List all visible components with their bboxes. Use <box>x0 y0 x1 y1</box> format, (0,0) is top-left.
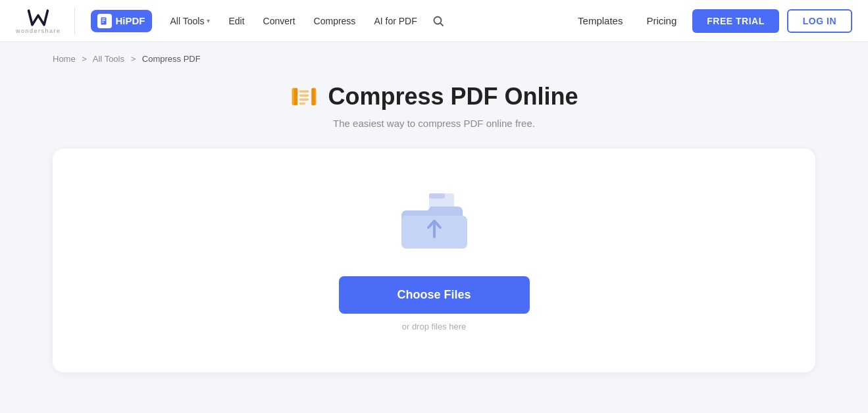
logo-container[interactable]: wondershare <box>16 8 75 34</box>
svg-rect-1 <box>102 18 105 19</box>
svg-rect-12 <box>299 99 309 101</box>
folder-upload-icon <box>395 189 474 258</box>
nav-links: All Tools ▾ Edit Convert Compress AI for… <box>163 11 571 32</box>
breadcrumb-current: Compress PDF <box>142 54 201 64</box>
free-trial-button[interactable]: FREE TRIAL <box>692 9 779 33</box>
ws-logo-icon <box>26 8 50 28</box>
nav-pricing[interactable]: Pricing <box>638 10 684 32</box>
title-row: Compress PDF Online <box>290 82 578 111</box>
svg-rect-10 <box>299 90 309 93</box>
chevron-down-icon: ▾ <box>207 17 210 24</box>
wondershare-text: wondershare <box>16 28 61 34</box>
hipdf-label: HiPDF <box>116 15 145 26</box>
svg-rect-15 <box>429 193 445 199</box>
wondershare-logo: wondershare <box>16 8 61 34</box>
svg-line-5 <box>440 23 443 26</box>
svg-rect-3 <box>102 22 104 22</box>
svg-rect-9 <box>312 88 315 105</box>
svg-rect-11 <box>299 94 309 97</box>
nav-edit[interactable]: Edit <box>220 11 252 32</box>
hipdf-icon <box>97 14 112 28</box>
nav-compress[interactable]: Compress <box>306 11 364 32</box>
svg-rect-7 <box>294 88 297 105</box>
svg-rect-13 <box>299 103 305 105</box>
compress-pdf-icon <box>290 82 319 111</box>
nav-right: Templates Pricing FREE TRIAL LOG IN <box>570 9 852 33</box>
hipdf-badge[interactable]: HiPDF <box>91 10 152 32</box>
page-subtitle: The easiest way to compress PDF online f… <box>333 118 535 129</box>
upload-card: Choose Files or drop files here <box>53 149 815 372</box>
nav-ai-for-pdf[interactable]: AI for PDF <box>366 11 424 32</box>
navbar: wondershare HiPDF All Tools ▾ Edit Conve… <box>0 0 868 42</box>
svg-rect-0 <box>101 17 107 25</box>
page-title-section: Compress PDF Online The easiest way to c… <box>290 82 578 129</box>
nav-templates[interactable]: Templates <box>570 10 630 32</box>
drop-hint: or drop files here <box>402 322 467 331</box>
breadcrumb: Home > All Tools > Compress PDF <box>0 42 868 76</box>
breadcrumb-sep2: > <box>131 54 136 64</box>
svg-rect-2 <box>102 20 105 20</box>
breadcrumb-all-tools[interactable]: All Tools <box>93 54 124 64</box>
breadcrumb-home[interactable]: Home <box>53 54 76 64</box>
search-icon[interactable] <box>428 11 449 32</box>
upload-folder-svg <box>395 189 474 255</box>
breadcrumb-sep1: > <box>82 54 87 64</box>
nav-convert[interactable]: Convert <box>255 11 303 32</box>
choose-files-button[interactable]: Choose Files <box>339 276 530 314</box>
main-content: Compress PDF Online The easiest way to c… <box>0 76 868 392</box>
nav-all-tools[interactable]: All Tools ▾ <box>163 11 218 32</box>
login-button[interactable]: LOG IN <box>787 9 852 33</box>
page-title: Compress PDF Online <box>328 83 578 110</box>
